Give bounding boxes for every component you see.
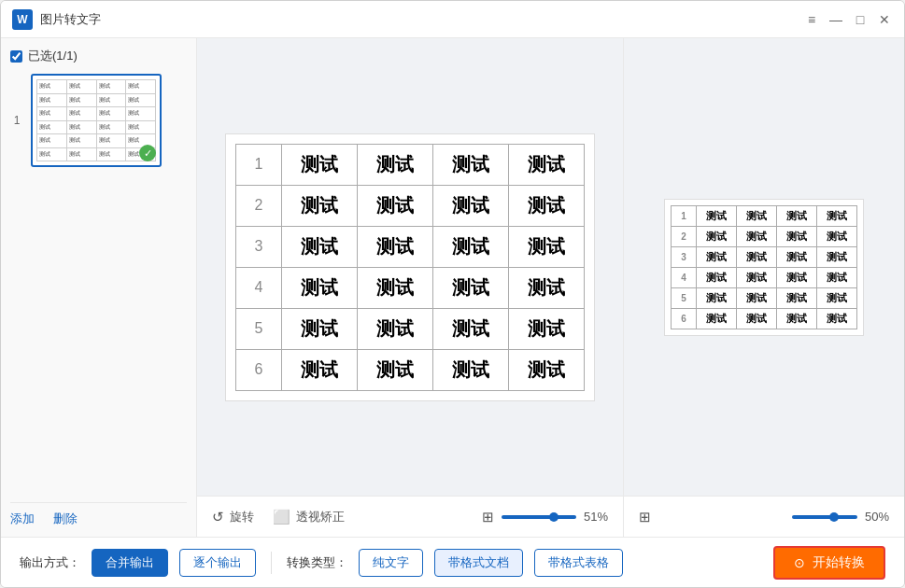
thumbnail-item: 1 测试测试测试测试测试测试测试测试测试测试测试测试测试测试测试测试测试测试测试… <box>10 74 187 167</box>
title-bar: W 图片转文字 ≡ — □ ✕ <box>1 1 904 38</box>
convert-type-label: 转换类型： <box>287 554 347 571</box>
restore-button[interactable]: □ <box>852 11 869 28</box>
select-all-label: 已选(1/1) <box>28 48 78 64</box>
thumbnail-table: 测试测试测试测试测试测试测试测试测试测试测试测试测试测试测试测试测试测试测试测试… <box>36 79 156 161</box>
perspective-icon: ⬜ <box>273 509 290 525</box>
app-title: 图片转文字 <box>40 11 803 28</box>
middle-zoom-icon: ⊞ <box>482 509 494 525</box>
menu-button[interactable]: ≡ <box>803 11 820 28</box>
start-convert-button[interactable]: ⊙ 开始转换 <box>773 546 885 580</box>
middle-zoom-track[interactable] <box>502 515 576 519</box>
output-type-label: 输出方式： <box>20 554 80 571</box>
right-zoom-icon: ⊞ <box>639 509 651 525</box>
right-zoom-label: 50% <box>865 510 889 524</box>
select-all-checkbox[interactable] <box>10 50 22 63</box>
right-zoom-control: 50% <box>792 510 889 524</box>
left-bottom-actions: 添加 删除 <box>10 502 187 527</box>
thumbnail-list: 1 测试测试测试测试测试测试测试测试测试测试测试测试测试测试测试测试测试测试测试… <box>10 74 187 495</box>
app-window: W 图片转文字 ≡ — □ ✕ 已选(1/1) 1 测试测试测试测试测试测试测试… <box>0 0 905 588</box>
start-icon: ⊙ <box>794 555 805 570</box>
plain-text-button[interactable]: 纯文字 <box>359 549 423 577</box>
rotate-button[interactable]: ↺ 旋转 <box>212 509 254 525</box>
thumbnail-check-icon: ✓ <box>139 145 156 161</box>
app-icon: W <box>12 9 33 30</box>
right-preview-area: 1测试测试测试测试2测试测试测试测试3测试测试测试测试4测试测试测试测试5测试测… <box>624 38 904 496</box>
select-all-row: 已选(1/1) <box>10 48 187 64</box>
thumbnail-box[interactable]: 测试测试测试测试测试测试测试测试测试测试测试测试测试测试测试测试测试测试测试测试… <box>31 74 162 167</box>
right-toolbar: ⊞ 50% <box>624 496 904 537</box>
rotate-icon: ↺ <box>212 509 224 525</box>
close-button[interactable]: ✕ <box>876 11 893 28</box>
middle-toolbar: ↺ 旋转 ⬜ 透视矫正 ⊞ 51% <box>197 496 623 537</box>
middle-panel: 1测试测试测试测试2测试测试测试测试3测试测试测试测试4测试测试测试测试5测试测… <box>197 38 624 537</box>
right-panel: 1测试测试测试测试2测试测试测试测试3测试测试测试测试4测试测试测试测试5测试测… <box>624 38 904 537</box>
add-button[interactable]: 添加 <box>10 511 35 527</box>
right-zoom-thumb <box>829 512 839 522</box>
start-label: 开始转换 <box>813 554 865 571</box>
bottom-bar: 输出方式： 合并输出 逐个输出 转换类型： 纯文字 带格式文档 带格式表格 ⊙ … <box>1 537 904 587</box>
delete-button[interactable]: 删除 <box>53 511 78 527</box>
preview-table: 1测试测试测试测试2测试测试测试测试3测试测试测试测试4测试测试测试测试5测试测… <box>235 144 586 391</box>
perspective-label: 透视矫正 <box>296 509 345 525</box>
formatted-table-button[interactable]: 带格式表格 <box>534 549 623 577</box>
right-zoom-track[interactable] <box>792 515 857 519</box>
merge-output-button[interactable]: 合并输出 <box>92 549 168 577</box>
one-by-one-button[interactable]: 逐个输出 <box>179 549 256 577</box>
minimize-button[interactable]: — <box>827 11 844 28</box>
right-table: 1测试测试测试测试2测试测试测试测试3测试测试测试测试4测试测试测试测试5测试测… <box>671 205 857 329</box>
separator-1 <box>271 552 272 574</box>
preview-table-wrapper: 1测试测试测试测试2测试测试测试测试3测试测试测试测试4测试测试测试测试5测试测… <box>225 133 596 401</box>
left-panel: 已选(1/1) 1 测试测试测试测试测试测试测试测试测试测试测试测试测试测试测试… <box>1 38 197 537</box>
middle-zoom-label: 51% <box>584 510 608 524</box>
window-controls: ≡ — □ ✕ <box>803 11 893 28</box>
middle-zoom-control: ⊞ 51% <box>482 509 608 525</box>
formatted-doc-button[interactable]: 带格式文档 <box>434 549 523 577</box>
right-table-wrapper: 1测试测试测试测试2测试测试测试测试3测试测试测试测试4测试测试测试测试5测试测… <box>664 199 864 336</box>
perspective-button[interactable]: ⬜ 透视矫正 <box>273 509 345 525</box>
middle-zoom-thumb <box>549 512 559 522</box>
thumbnail-page-number: 1 <box>10 114 23 127</box>
middle-preview-area: 1测试测试测试测试2测试测试测试测试3测试测试测试测试4测试测试测试测试5测试测… <box>197 38 623 496</box>
main-content: 已选(1/1) 1 测试测试测试测试测试测试测试测试测试测试测试测试测试测试测试… <box>1 38 904 537</box>
rotate-label: 旋转 <box>230 509 254 525</box>
